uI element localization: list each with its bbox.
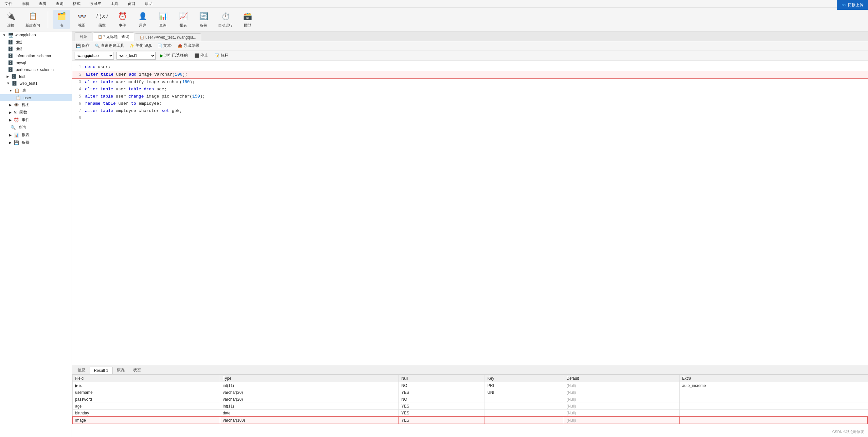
top-right-btn[interactable]: ∞ 拓接上传 [837, 0, 868, 10]
toolbar-new-query[interactable]: 📋 新建查询 [23, 10, 42, 29]
sidebar-queries-label: 查询 [18, 125, 26, 130]
tab-user-query[interactable]: 📋 user @web_test1 (wangqiu... [135, 33, 201, 41]
line-number: 6 [72, 100, 81, 107]
editor-area[interactable]: 1desc user;2alter table user add image v… [72, 61, 868, 365]
sidebar-item-perf-schema[interactable]: 🗄️ performance_schema [0, 66, 72, 73]
result-tab-result1[interactable]: Result 1 [90, 367, 113, 374]
functions-icon: fx [14, 110, 17, 115]
sidebar-item-tables[interactable]: ▼ 📋 表 [0, 87, 72, 94]
sidebar-views-label: 视图 [22, 102, 29, 108]
sidebar-item-root[interactable]: ▼ 🖥️ wangqiuhao [0, 31, 72, 39]
menu-format[interactable]: 格式 [71, 0, 83, 7]
text-btn[interactable]: 📄 文本· [156, 42, 174, 49]
stop-icon: ⬛ [194, 53, 199, 58]
menu-help[interactable]: 帮助 [143, 0, 154, 7]
sidebar-item-web-test1[interactable]: ▼ 🗄️ web_test1 [0, 80, 72, 87]
database-select[interactable]: web_test1 [117, 52, 156, 60]
beautify-icon: ✨ [130, 43, 134, 48]
menu-edit[interactable]: 编辑 [20, 0, 31, 7]
table-cell: int(11) [220, 382, 399, 389]
toolbar-model[interactable]: 🗃️ 模型 [239, 10, 255, 29]
col-key: Key [485, 375, 564, 382]
toolbar-function-label: 函数 [98, 23, 106, 28]
menu-query[interactable]: 查询 [54, 0, 65, 7]
menu-favorites[interactable]: 收藏夹 [88, 0, 103, 7]
beautify-btn[interactable]: ✨ 美化 SQL [128, 42, 153, 49]
sidebar-mysql-label: mysql [16, 61, 26, 65]
sidebar-item-test[interactable]: ▶ 🗄️ test [0, 73, 72, 80]
toolbar-event[interactable]: ⏰ 事件 [114, 10, 130, 29]
sidebar-item-queries[interactable]: 🔍 查询 [0, 124, 72, 131]
db-icon-db2: 🗄️ [8, 39, 13, 45]
table-cell: ▶id [72, 382, 220, 389]
editor-line-5: 5alter table user change image pic varch… [72, 93, 868, 100]
table-cell: auto_increme [679, 382, 868, 389]
table-cell [485, 403, 564, 410]
sidebar-test-label: test [19, 74, 25, 79]
line-content: alter table user change image pic varcha… [85, 93, 868, 100]
query-toolbar: 💾 保存 🔍 查询创建工具 ✨ 美化 SQL 📄 文本· 📤 导出结果 [72, 41, 868, 51]
table-cell: varchar(20) [220, 389, 399, 396]
sidebar-item-user[interactable]: 📋 user [0, 94, 72, 101]
run-selected-btn[interactable]: ▶ 运行已选择的 [158, 52, 190, 59]
menu-tools[interactable]: 工具 [108, 0, 120, 7]
menu-file[interactable]: 文件 [3, 0, 14, 7]
table-row: usernamevarchar(20)YESUNI(Null) [72, 389, 868, 396]
table-icon: 🗂️ [56, 11, 67, 22]
toolbar-user[interactable]: 👤 用户 [134, 10, 151, 29]
result-tab-info[interactable]: 信息 [73, 366, 90, 374]
result-tab-status[interactable]: 状态 [129, 366, 145, 374]
editor-line-1: 1desc user; [72, 63, 868, 71]
text-label: 文本· [163, 43, 172, 49]
toolbar-report[interactable]: 📈 报表 [175, 10, 191, 29]
events-icon: ⏰ [14, 118, 19, 122]
sidebar-backups-label: 备份 [22, 140, 29, 145]
result-tab-overview[interactable]: 概况 [113, 366, 129, 374]
table-cell: int(11) [220, 403, 399, 410]
data-table: Field Type Null Key Default Extra ▶idint… [72, 375, 868, 424]
expand-icon-web: ▼ [6, 82, 10, 85]
toolbar-event-label: 事件 [119, 23, 126, 28]
main-layout: ▼ 🖥️ wangqiuhao 🗄️ db2 🗄️ db3 🗄️ informa… [0, 31, 868, 437]
toolbar-table[interactable]: 🗂️ 表 [53, 10, 70, 29]
sidebar-item-mysql[interactable]: 🗄️ mysql [0, 59, 72, 66]
sidebar-item-db3[interactable]: 🗄️ db3 [0, 46, 72, 52]
table-cell [679, 410, 868, 417]
table-cell [679, 396, 868, 403]
backup-icon: 🔄 [198, 11, 209, 22]
tab-object[interactable]: 对象 [74, 32, 92, 41]
toolbar-user-label: 用户 [139, 23, 146, 28]
stop-btn[interactable]: ⬛ 停止 [192, 52, 210, 59]
connection-select[interactable]: wangqiuhao [74, 52, 114, 60]
sidebar-item-events[interactable]: ▶ ⏰ 事件 [0, 116, 72, 124]
export-btn[interactable]: 📤 导出结果 [176, 42, 200, 49]
save-btn[interactable]: 💾 保存 [74, 42, 91, 49]
table-cell: (Null) [564, 382, 679, 389]
query-btn-icon: 📊 [158, 11, 168, 22]
create-query-btn[interactable]: 🔍 查询创建工具 [94, 42, 126, 49]
toolbar-function[interactable]: f(x) 函数 [94, 10, 110, 29]
sidebar-item-views[interactable]: ▶ 👁️ 视图 [0, 101, 72, 109]
sidebar-item-reports[interactable]: ▶ 📊 报表 [0, 131, 72, 139]
line-content: alter table user add image varchar(100); [85, 71, 868, 78]
sidebar-item-functions[interactable]: ▶ fx 函数 [0, 109, 72, 116]
sidebar-item-info-schema[interactable]: 🗄️ information_schema [0, 52, 72, 59]
editor-line-8: 8 [72, 115, 868, 122]
menu-window[interactable]: 窗口 [126, 0, 137, 7]
toolbar-backup[interactable]: 🔄 备份 [195, 10, 212, 29]
explain-btn[interactable]: 📝 解释 [213, 52, 230, 59]
tab-new-query[interactable]: 📋 * 无标题 - 查询 [93, 32, 134, 41]
table-cell: date [220, 410, 399, 417]
new-query-tab-icon: 📋 [98, 35, 102, 39]
toolbar-view[interactable]: 👓 视图 [73, 10, 90, 29]
toolbar-connect[interactable]: 🔌 连接 [3, 10, 19, 29]
menu-view[interactable]: 查看 [37, 0, 49, 7]
toolbar-autorun[interactable]: ⏱️ 自动运行 [216, 10, 235, 29]
table-cell: (Null) [564, 410, 679, 417]
run-toolbar: wangqiuhao web_test1 ▶ 运行已选择的 ⬛ 停止 📝 解释 [72, 51, 868, 61]
toolbar-query-btn[interactable]: 📊 查询 [155, 10, 171, 29]
table-cell: NO [399, 396, 485, 403]
sidebar-perf-label: performance_schema [16, 67, 54, 72]
sidebar-item-db2[interactable]: 🗄️ db2 [0, 39, 72, 46]
sidebar-item-backups[interactable]: ▶ 💾 备份 [0, 139, 72, 146]
